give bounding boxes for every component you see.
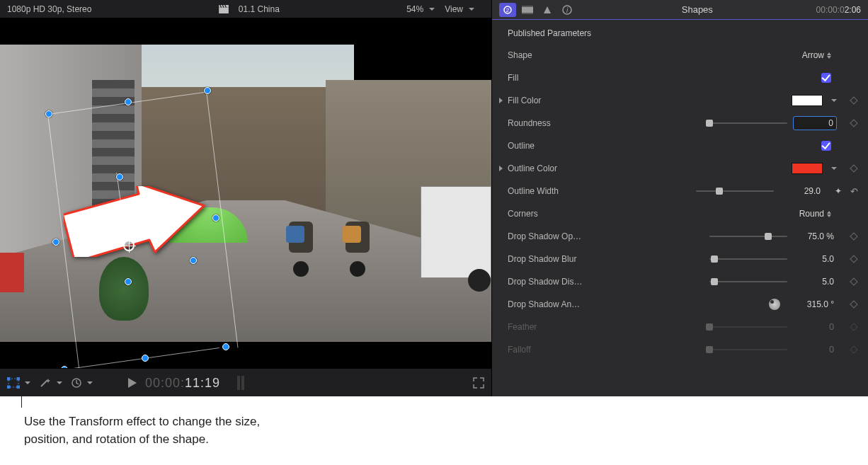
param-feather: Feather 0 bbox=[492, 316, 868, 338]
caption-line-2: position, and rotation of the shape. bbox=[24, 431, 868, 449]
transform-handle[interactable] bbox=[61, 366, 68, 368]
fill-checkbox[interactable] bbox=[821, 73, 831, 83]
audio-meter bbox=[237, 376, 244, 390]
rotate-handle[interactable] bbox=[116, 173, 123, 180]
chevron-down-icon bbox=[87, 381, 93, 384]
param-group-header: Published Parameters bbox=[492, 24, 868, 44]
viewer-pane: 1080p HD 30p, Stereo 01.1 China 54% View bbox=[0, 0, 491, 396]
param-label: Outline Color bbox=[508, 163, 557, 173]
transform-handle[interactable] bbox=[125, 278, 132, 285]
fill-color-swatch[interactable] bbox=[792, 95, 823, 106]
roundness-value[interactable]: 0 bbox=[793, 116, 837, 130]
zoom-menu[interactable]: 54% bbox=[406, 4, 435, 14]
keyframe-button[interactable] bbox=[850, 96, 858, 105]
feather-slider bbox=[709, 322, 787, 332]
shape-arrow[interactable] bbox=[64, 186, 205, 257]
param-label: Drop Shadow Op… bbox=[508, 231, 607, 241]
inspector-pane: 2 i Shapes 00:00:02:06 Published Paramet… bbox=[491, 0, 868, 396]
transform-tool[interactable] bbox=[7, 377, 30, 389]
transform-handle[interactable] bbox=[204, 87, 211, 94]
color-menu-chevron[interactable] bbox=[831, 167, 837, 170]
fullscreen-button[interactable] bbox=[473, 377, 484, 389]
inspector-tab-generator[interactable]: 2 bbox=[499, 3, 516, 17]
svg-rect-12 bbox=[522, 13, 533, 14]
transform-handle[interactable] bbox=[142, 355, 149, 362]
param-outline-width: Outline Width 29.0 ✦ ↶ bbox=[492, 180, 868, 202]
shape-popup[interactable]: Arrow bbox=[802, 50, 831, 60]
inspector-tab-video[interactable] bbox=[519, 3, 536, 17]
clip-name: 01.1 China bbox=[239, 4, 280, 14]
param-label: Outline Width bbox=[508, 186, 607, 196]
keyframe-button[interactable] bbox=[850, 255, 858, 263]
svg-rect-4 bbox=[17, 377, 20, 380]
roundness-slider[interactable] bbox=[709, 118, 787, 128]
timecode-dim: 00:00: bbox=[145, 376, 185, 390]
transform-handle[interactable] bbox=[222, 343, 229, 350]
param-drop-shadow-angle: Drop Shadow An… 315.0 ° bbox=[492, 293, 868, 316]
color-menu-chevron[interactable] bbox=[831, 99, 837, 102]
transform-handle[interactable] bbox=[212, 214, 219, 222]
outline-checkbox[interactable] bbox=[821, 141, 831, 151]
viewer-canvas[interactable] bbox=[0, 18, 491, 368]
viewer-timecode[interactable]: 00:00:11:19 bbox=[145, 375, 220, 391]
param-label: Roundness bbox=[508, 118, 607, 128]
disclosure-icon[interactable] bbox=[499, 98, 503, 103]
viewer-header: 1080p HD 30p, Stereo 01.1 China 54% View bbox=[0, 0, 491, 18]
keyframe-button[interactable] bbox=[850, 164, 858, 173]
chevron-down-icon bbox=[57, 381, 62, 384]
app-frame: 1080p HD 30p, Stereo 01.1 China 54% View bbox=[0, 0, 868, 396]
keyframe-button[interactable] bbox=[850, 277, 858, 286]
enhance-tool[interactable] bbox=[39, 377, 62, 389]
angle-dial[interactable] bbox=[769, 299, 780, 310]
inspector-header: 2 i Shapes 00:00:02:06 bbox=[492, 0, 868, 20]
param-label: Shape bbox=[508, 50, 607, 60]
dsa-value[interactable]: 315.0 ° bbox=[786, 298, 837, 311]
dsd-value[interactable]: 5.0 bbox=[793, 275, 837, 288]
timecode-bright: 2:06 bbox=[845, 5, 861, 15]
inspector-body[interactable]: Published Parameters Shape Arrow Fill Fi… bbox=[492, 20, 868, 396]
param-outline-color: Outline Color bbox=[492, 157, 868, 180]
caption-callout: Use the Transform effect to change the s… bbox=[0, 396, 868, 448]
dsd-slider[interactable] bbox=[709, 277, 787, 287]
dso-slider[interactable] bbox=[709, 231, 787, 241]
param-label: Drop Shadow Blur bbox=[508, 254, 607, 264]
svg-rect-5 bbox=[7, 386, 10, 389]
caption-line-1: Use the Transform effect to change the s… bbox=[24, 413, 868, 431]
outline-width-slider[interactable] bbox=[696, 186, 774, 196]
viewer-toolbar: 00:00:11:19 bbox=[0, 368, 491, 396]
reset-button[interactable]: ↶ bbox=[850, 186, 858, 197]
pivot-point[interactable] bbox=[123, 240, 135, 251]
param-drop-shadow-opacity: Drop Shadow Op… 75.0 % bbox=[492, 225, 868, 248]
view-menu[interactable]: View bbox=[445, 4, 474, 14]
inspector-tab-color[interactable] bbox=[539, 3, 556, 17]
stepper-icon bbox=[827, 211, 831, 217]
transform-handle[interactable] bbox=[125, 98, 132, 105]
dsb-value[interactable]: 5.0 bbox=[793, 253, 837, 265]
corners-popup[interactable]: Round bbox=[799, 209, 831, 219]
param-fill: Fill bbox=[492, 67, 868, 89]
transform-handle[interactable] bbox=[45, 110, 52, 117]
outline-width-value[interactable]: 29.0 bbox=[780, 185, 823, 197]
param-label: Falloff bbox=[508, 345, 607, 355]
keyframe-button[interactable] bbox=[850, 300, 858, 309]
param-drop-shadow-distance: Drop Shadow Dis… 5.0 bbox=[492, 270, 868, 293]
transform-handle[interactable] bbox=[190, 257, 197, 264]
keyframe-button[interactable] bbox=[850, 232, 858, 241]
dsb-slider[interactable] bbox=[709, 254, 787, 264]
keyframe-button[interactable] bbox=[850, 119, 858, 127]
inspector-tab-info[interactable]: i bbox=[559, 3, 576, 17]
play-button[interactable] bbox=[128, 378, 137, 388]
param-roundness: Roundness 0 bbox=[492, 112, 868, 134]
param-label: Outline bbox=[508, 141, 607, 151]
bounds-line bbox=[58, 348, 219, 368]
chevron-down-icon bbox=[429, 8, 435, 11]
retime-tool[interactable] bbox=[71, 377, 93, 389]
disclosure-icon[interactable] bbox=[499, 166, 503, 171]
svg-text:i: i bbox=[566, 6, 569, 14]
outline-color-swatch[interactable] bbox=[792, 163, 823, 174]
keyframe-button bbox=[850, 323, 858, 331]
transform-handle[interactable] bbox=[52, 239, 59, 246]
dso-value[interactable]: 75.0 % bbox=[793, 230, 837, 243]
popup-value: Round bbox=[799, 209, 824, 219]
keyframe-added-icon[interactable]: ✦ bbox=[835, 186, 842, 196]
